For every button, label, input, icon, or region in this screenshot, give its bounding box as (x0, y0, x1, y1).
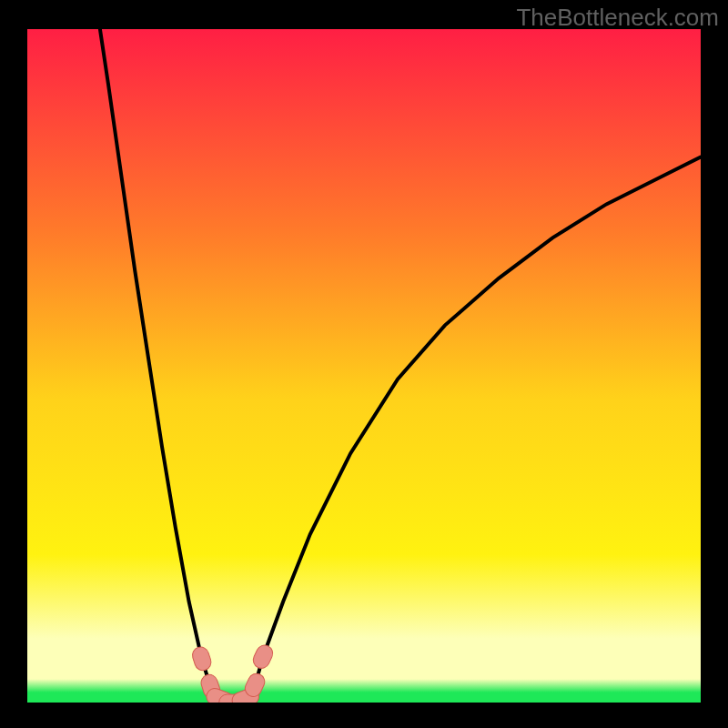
gradient-background (27, 29, 701, 703)
watermark-text: TheBottleneck.com (516, 4, 719, 32)
bottleneck-chart (27, 29, 701, 703)
chart-frame: TheBottleneck.com (0, 0, 728, 728)
